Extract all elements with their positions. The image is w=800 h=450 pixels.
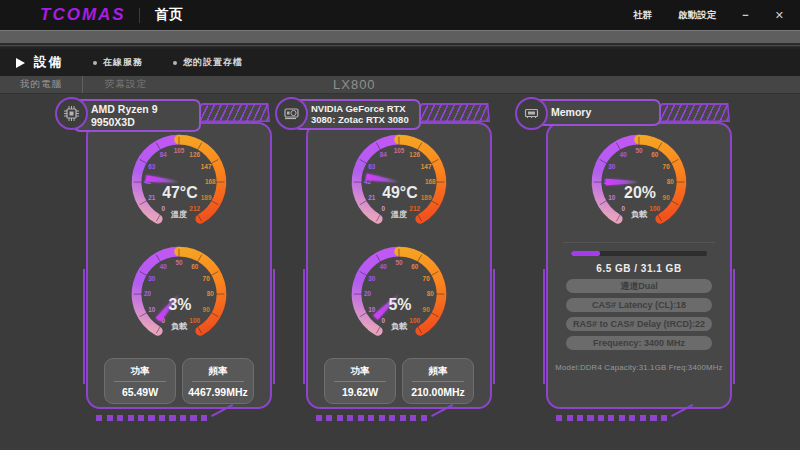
svg-text:189: 189 — [201, 194, 212, 201]
svg-text:100: 100 — [189, 317, 200, 324]
svg-text:212: 212 — [189, 205, 200, 212]
gpu-panel-body: 021426384105126147168189212 49°C 溫度 0102… — [306, 122, 492, 409]
svg-text:3%: 3% — [168, 296, 191, 313]
svg-text:80: 80 — [427, 290, 435, 297]
gpu-card-icon — [275, 97, 308, 130]
memory-model-line: Model:DDR4 Capacity:31.1GB Freq:3400MHz — [555, 363, 722, 372]
memory-icon — [515, 97, 548, 130]
svg-text:溫度: 溫度 — [170, 209, 187, 219]
svg-text:負載: 負載 — [171, 322, 188, 331]
svg-text:21: 21 — [368, 194, 376, 201]
svg-text:84: 84 — [160, 151, 168, 158]
svg-text:49°C: 49°C — [382, 184, 418, 201]
svg-text:0: 0 — [162, 205, 166, 212]
page-title[interactable]: 首页 — [155, 6, 184, 24]
svg-text:10: 10 — [148, 306, 156, 313]
memory-panel: Memory 0102030405060708090100 20% 負載 — [546, 97, 732, 427]
app-logo: TCOMAS — [40, 5, 126, 25]
svg-text:80: 80 — [667, 178, 675, 185]
minimize-icon[interactable]: − — [742, 10, 748, 21]
svg-text:20: 20 — [364, 290, 372, 297]
gpu-frequency-stat: 頻率 210.00MHz — [402, 358, 474, 404]
cpu-panel-body: 021426384105126147168189212 47°C 溫度 0102… — [86, 122, 272, 409]
svg-text:10: 10 — [368, 306, 376, 313]
tab-row: 我的電腦 荧幕設定 LX800 — [0, 76, 800, 94]
svg-text:50: 50 — [635, 147, 643, 154]
menu-launch-settings[interactable]: 啟動設定 — [678, 9, 716, 22]
memory-panel-body: 0102030405060708090100 20% 負載 6.5 GB / 3… — [546, 122, 732, 409]
svg-text:147: 147 — [421, 163, 432, 170]
dash-decoration — [316, 415, 428, 421]
menu-community[interactable]: 社群 — [633, 9, 652, 22]
nav-row: 設備 在線服務 您的設置存檔 — [0, 49, 800, 76]
svg-text:60: 60 — [651, 151, 659, 158]
svg-text:負載: 負載 — [391, 322, 408, 331]
svg-text:189: 189 — [421, 194, 432, 201]
memory-cas-latency-row: CAS# Latency (CL):18 — [566, 298, 712, 312]
svg-text:63: 63 — [148, 163, 156, 170]
cpu-load-gauge: 0102030405060708090100 3% 負載 — [120, 241, 238, 351]
nav-settings-archive[interactable]: 您的設置存檔 — [173, 56, 243, 69]
svg-text:168: 168 — [425, 178, 436, 185]
memory-usage-fill — [571, 251, 600, 256]
titlebar-divider — [139, 8, 140, 23]
svg-text:63: 63 — [368, 163, 376, 170]
svg-text:20%: 20% — [624, 184, 656, 201]
svg-text:70: 70 — [663, 163, 671, 170]
svg-text:40: 40 — [160, 263, 168, 270]
svg-text:100: 100 — [409, 317, 420, 324]
cpu-power-stat: 功率 65.49W — [104, 358, 176, 404]
close-icon[interactable]: ✕ — [775, 10, 784, 21]
svg-text:0: 0 — [382, 317, 386, 324]
gpu-load-gauge: 0102030405060708090100 5% 負載 — [340, 241, 458, 351]
header-strip — [0, 30, 800, 43]
svg-text:70: 70 — [423, 275, 431, 282]
nav-devices[interactable]: 設備 — [16, 54, 63, 71]
svg-text:0: 0 — [622, 205, 626, 212]
svg-text:80: 80 — [207, 290, 215, 297]
tab-my-computer[interactable]: 我的電腦 — [0, 78, 82, 91]
svg-text:10: 10 — [608, 194, 616, 201]
gpu-power-stat: 功率 19.62W — [324, 358, 396, 404]
svg-text:50: 50 — [175, 259, 183, 266]
memory-usage-bar — [571, 251, 707, 256]
svg-text:20: 20 — [144, 290, 152, 297]
tab-device-model[interactable]: LX800 — [333, 77, 376, 92]
memory-frequency-row: Frequency: 3400 MHz — [566, 336, 712, 350]
svg-text:5%: 5% — [388, 296, 411, 313]
svg-text:溫度: 溫度 — [390, 209, 407, 219]
gpu-temp-gauge: 021426384105126147168189212 49°C 溫度 — [340, 129, 458, 239]
svg-text:126: 126 — [189, 151, 200, 158]
memory-title: Memory — [533, 99, 661, 126]
bullet-icon — [93, 61, 97, 65]
play-triangle-icon — [16, 58, 25, 68]
svg-text:0: 0 — [382, 205, 386, 212]
titlebar: TCOMAS 首页 社群 啟動設定 − ✕ — [0, 0, 800, 30]
svg-text:100: 100 — [649, 205, 660, 212]
memory-trcd-row: RAS# to CAS# Delay (tRCD):22 — [566, 317, 712, 331]
svg-text:147: 147 — [201, 163, 212, 170]
svg-text:40: 40 — [620, 151, 628, 158]
tab-screen-settings[interactable]: 荧幕設定 — [83, 78, 169, 91]
memory-load-gauge: 0102030405060708090100 20% 負載 — [580, 129, 698, 239]
svg-text:60: 60 — [411, 263, 419, 270]
svg-text:105: 105 — [394, 147, 405, 154]
nav-online-service[interactable]: 在線服務 — [93, 56, 143, 69]
dash-decoration — [96, 415, 208, 421]
svg-text:47°C: 47°C — [162, 184, 198, 201]
divider — [563, 242, 715, 243]
memory-usage-text: 6.5 GB / 31.1 GB — [596, 263, 681, 274]
svg-text:90: 90 — [423, 306, 431, 313]
memory-channel-row: 通道Dual — [566, 279, 712, 293]
svg-text:90: 90 — [663, 194, 671, 201]
cpu-chip-icon — [55, 97, 88, 130]
svg-text:30: 30 — [368, 275, 376, 282]
cpu-frequency-stat: 頻率 4467.99MHz — [182, 358, 254, 404]
dashboard: AMD Ryzen 9 9950X3D 02142638410512614716… — [0, 94, 800, 450]
svg-text:90: 90 — [203, 306, 211, 313]
svg-text:30: 30 — [608, 163, 616, 170]
svg-text:212: 212 — [409, 205, 420, 212]
bullet-icon — [173, 61, 177, 65]
gpu-panel: NVIDIA GeForce RTX 3080: Zotac RTX 3080 … — [306, 97, 492, 427]
svg-text:70: 70 — [203, 275, 211, 282]
